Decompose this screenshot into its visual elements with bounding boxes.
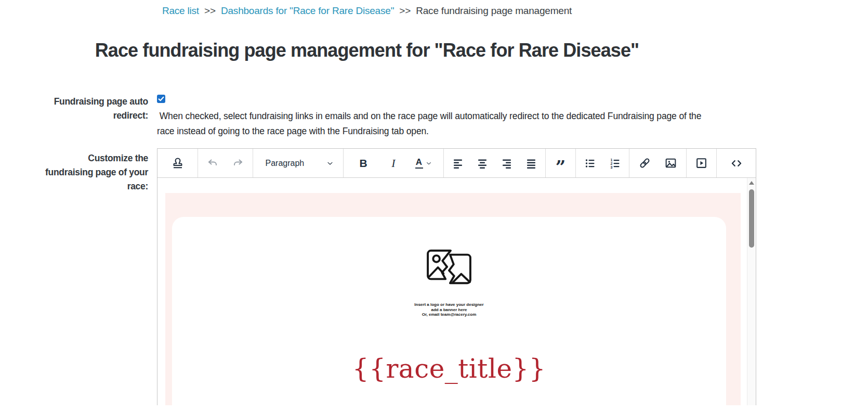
justify-icon[interactable] — [521, 153, 542, 174]
toolbar-group-media — [686, 149, 716, 177]
paragraph-select-value: Paragraph — [266, 159, 305, 168]
blockquote-icon[interactable]: ” — [550, 153, 571, 174]
scrollbar-thumb[interactable] — [749, 189, 754, 248]
customize-control: Paragraph B I A — [157, 151, 756, 405]
auto-redirect-label-line1: Fundraising page auto — [0, 95, 148, 109]
banner-placeholder-line1: Insert a logo or have your designer — [172, 302, 726, 307]
scrollbar-up-arrow[interactable] — [749, 181, 754, 185]
text-color-button[interactable]: A — [413, 153, 434, 174]
breadcrumb-dashboards-link[interactable]: Dashboards for "Race for Rare Disease" — [221, 5, 394, 16]
toolbar-group-quote: ” — [545, 149, 575, 177]
editor-content-area[interactable]: Insert a logo or have your designer add … — [157, 178, 747, 405]
breadcrumb-separator: >> — [204, 5, 216, 16]
fundraising-page-background: Insert a logo or have your designer add … — [165, 193, 741, 405]
svg-text:1: 1 — [610, 158, 612, 162]
banner-placeholder-line3: Or, email team@racery.com — [172, 312, 726, 317]
align-right-icon[interactable] — [496, 153, 517, 174]
undo-icon[interactable] — [202, 153, 223, 174]
bullet-list-icon[interactable] — [580, 153, 600, 174]
image-icon[interactable] — [660, 153, 681, 174]
management-form: Fundraising page auto redirect: When che… — [0, 95, 734, 405]
auto-redirect-checkbox[interactable] — [157, 95, 165, 103]
customize-label: Customize the fundraising page of your r… — [0, 151, 148, 405]
customize-label-line3: race: — [0, 179, 148, 194]
auto-redirect-control: When checked, select fundraising links i… — [157, 95, 734, 139]
toolbar-group-inline: B I A — [343, 149, 443, 177]
breadcrumb: Race list >> Dashboards for "Race for Ra… — [0, 0, 734, 17]
redo-icon[interactable] — [228, 153, 248, 174]
toolbar-group-lists: 123 — [575, 149, 629, 177]
fundraising-card-content: Insert a logo or have your designer add … — [172, 217, 726, 384]
text-color-bar — [415, 168, 423, 169]
auto-redirect-description: When checked, select fundraising links i… — [157, 109, 709, 139]
link-icon[interactable] — [635, 153, 655, 174]
customize-row: Customize the fundraising page of your r… — [0, 151, 734, 405]
align-left-icon[interactable] — [448, 153, 468, 174]
page-title: Race fundraising page management for "Ra… — [0, 40, 734, 61]
svg-text:2: 2 — [610, 162, 612, 165]
auto-redirect-label-line2: redirect: — [0, 109, 148, 123]
chevron-down-icon — [326, 159, 334, 168]
toolbar-group-code — [716, 149, 756, 177]
breadcrumb-separator: >> — [399, 5, 411, 16]
breadcrumb-current: Race fundraising page management — [416, 5, 572, 16]
auto-redirect-row: Fundraising page auto redirect: When che… — [0, 95, 734, 139]
italic-button[interactable]: I — [383, 153, 404, 174]
toolbar-group-paragraph: Paragraph — [253, 149, 343, 177]
fundraising-page-card: Insert a logo or have your designer add … — [172, 217, 726, 405]
toolbar-group-history — [198, 149, 253, 177]
bold-button[interactable]: B — [353, 153, 374, 174]
paragraph-select[interactable]: Paragraph — [259, 153, 337, 174]
editor-body: Insert a logo or have your designer add … — [157, 178, 756, 405]
svg-text:3: 3 — [610, 165, 612, 169]
broken-image-icon — [425, 247, 474, 287]
code-icon[interactable] — [726, 153, 747, 174]
text-color-glyph: A — [416, 158, 422, 166]
customize-label-line1: Customize the — [0, 151, 148, 165]
align-center-icon[interactable] — [472, 153, 493, 174]
banner-placeholder-text: Insert a logo or have your designer add … — [172, 302, 726, 317]
editor-toolbar: Paragraph B I A — [157, 149, 756, 178]
chevron-down-icon — [425, 160, 432, 167]
toolbar-group-align — [443, 149, 545, 177]
stamp-icon[interactable] — [167, 153, 188, 174]
customize-label-line2: fundraising page of your — [0, 165, 148, 179]
toolbar-group-stamp — [157, 149, 198, 177]
toolbar-group-link-image — [629, 149, 686, 177]
media-icon[interactable] — [691, 153, 712, 174]
rich-text-editor: Paragraph B I A — [157, 148, 756, 405]
numbered-list-icon[interactable]: 123 — [604, 153, 625, 174]
banner-placeholder-line2: add a banner here — [172, 307, 726, 313]
editor-scrollbar — [747, 178, 756, 405]
race-title-token: {{race_title}} — [172, 354, 726, 384]
auto-redirect-label: Fundraising page auto redirect: — [0, 95, 148, 139]
page-container: Race list >> Dashboards for "Race for Ra… — [0, 0, 734, 405]
breadcrumb-race-list-link[interactable]: Race list — [162, 5, 199, 16]
